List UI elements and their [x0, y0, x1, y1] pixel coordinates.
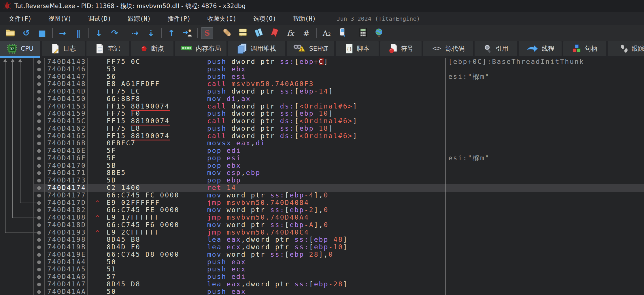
breakpoint-dot[interactable]: [33, 229, 44, 236]
labels-button[interactable]: [252, 27, 265, 39]
breakpoint-dot[interactable]: [33, 66, 44, 73]
disasm-row[interactable]: 740D4159FF75 F0push dword ptr ss:[ebp-10…: [0, 110, 644, 117]
stop-button[interactable]: ■: [36, 27, 48, 39]
breakpoint-dot[interactable]: [33, 110, 44, 117]
trace-into-button[interactable]: ⇣: [145, 27, 157, 39]
disasm-row[interactable]: 740D418D66:C745 F6 0000mov word ptr ss:[…: [0, 221, 644, 229]
disasm-row[interactable]: 740D417766:C745 FC 0000mov word ptr ss:[…: [0, 192, 644, 199]
open-file-button[interactable]: [4, 27, 17, 39]
breakpoint-dot[interactable]: [33, 80, 44, 88]
breakpoint-dot[interactable]: [33, 288, 44, 295]
breakpoint-dot[interactable]: [33, 192, 44, 199]
tab-log[interactable]: 日志: [42, 41, 85, 56]
disasm-row[interactable]: 740D419B8D4D F0lea ecx,dword ptr ss:[ebp…: [0, 243, 644, 251]
disasm-row[interactable]: 740D4174C2 1400ret 14: [0, 184, 644, 192]
breakpoint-dot[interactable]: [33, 125, 44, 132]
menu-item-trace[interactable]: 跟踪(N): [128, 15, 151, 23]
disasm-row[interactable]: 740D41A551push ecx: [0, 266, 644, 273]
menu-item-plugins[interactable]: 插件(P): [168, 15, 191, 23]
breakpoint-dot[interactable]: [33, 103, 44, 110]
comments-column-divider[interactable]: [445, 58, 446, 295]
breakpoint-dot[interactable]: [33, 162, 44, 170]
disasm-row[interactable]: 740D416F5Epop esiesi:"椺m": [0, 155, 644, 162]
menu-item-view[interactable]: 视图(V): [48, 15, 71, 23]
breakpoint-dot[interactable]: [33, 266, 44, 273]
bookmarks-button[interactable]: [268, 27, 281, 39]
tab-references[interactable]: 引用: [475, 41, 517, 56]
patches-button[interactable]: [221, 27, 233, 39]
disasm-row[interactable]: 740D41A78D45 D8lea eax,dword ptr ss:[ebp…: [0, 281, 644, 288]
run-to-user-code-button[interactable]: [181, 27, 194, 39]
tab-trace-tab[interactable]: 跟踪: [608, 41, 644, 56]
disasm-row[interactable]: 740D414756push esiesi:"椺m": [0, 73, 644, 81]
breakpoint-dot[interactable]: [33, 206, 44, 214]
breakpoint-dot[interactable]: [33, 58, 44, 66]
tab-handles[interactable]: 句柄: [563, 41, 606, 56]
breakpoint-dot[interactable]: [33, 132, 44, 140]
disasm-row[interactable]: 740D416B0FBFC7movsx eax,di: [0, 140, 644, 147]
disasm-row[interactable]: 740D4193^E9 2CFFFFFFjmp msvbvm50.740D40C…: [0, 229, 644, 236]
font-button[interactable]: A₂: [320, 27, 333, 39]
disasm-row[interactable]: 740D41718BE5mov esp,ebp: [0, 169, 644, 177]
disasm-row[interactable]: 740D41A657push edi: [0, 273, 644, 281]
control-flow-button[interactable]: #: [300, 27, 313, 39]
breakpoint-dot[interactable]: [33, 95, 44, 103]
disasm-row[interactable]: 740D418266:C745 FE 0000mov word ptr ss:[…: [0, 206, 644, 214]
breakpoint-dot[interactable]: [33, 88, 44, 95]
menu-item-help[interactable]: 帮助(H): [293, 15, 316, 23]
disasm-row[interactable]: 740D41988D45 B8lea eax,dword ptr ss:[ebp…: [0, 236, 644, 243]
disasm-row[interactable]: 740D414DFF75 ECpush dword ptr ss:[ebp-14…: [0, 88, 644, 95]
disasm-row[interactable]: 740D414653push ebx: [0, 66, 644, 73]
breakpoint-dot[interactable]: [33, 140, 44, 147]
disasm-row[interactable]: 740D415CFF15 88190074call dword ptr ds:[…: [0, 117, 644, 125]
breakpoint-dot[interactable]: [33, 177, 44, 184]
tab-script[interactable]: {}脚本: [336, 41, 379, 56]
breakpoint-dot[interactable]: [33, 273, 44, 281]
breakpoint-dot[interactable]: [33, 155, 44, 162]
disasm-row[interactable]: 740D4143FF75 0Cpush dword ptr ss:[ebp+C]…: [0, 58, 644, 66]
breakpoint-dot[interactable]: [33, 73, 44, 81]
disasm-row[interactable]: 740D419E66:C745 D8 0000mov word ptr ss:[…: [0, 251, 644, 258]
breakpoint-dot[interactable]: [33, 169, 44, 177]
restart-button[interactable]: ↺: [20, 27, 33, 39]
animate-over-button[interactable]: ⇢: [129, 27, 141, 39]
breakpoint-dot[interactable]: [33, 281, 44, 288]
disasm-row[interactable]: 740D415066:8BF8mov di,ax: [0, 95, 644, 103]
disasm-row[interactable]: 740D4165FF15 88190074call dword ptr ds:[…: [0, 132, 644, 140]
breakpoint-dot[interactable]: [33, 199, 44, 207]
breakpoint-dot[interactable]: [33, 214, 44, 221]
preferences-globe-button[interactable]: [373, 27, 385, 39]
comments-button[interactable]: [237, 27, 249, 39]
tab-call-stack[interactable]: 调用堆栈: [228, 41, 285, 56]
breakpoint-dot[interactable]: [33, 251, 44, 258]
breakpoint-dot[interactable]: [33, 147, 44, 155]
disasm-row[interactable]: 740D4153FF15 88190074call dword ptr ds:[…: [0, 103, 644, 110]
tab-breakpoints[interactable]: 断点: [131, 41, 173, 56]
disasm-row[interactable]: 740D41AA50push eax: [0, 288, 644, 295]
menu-item-file[interactable]: 文件(F): [9, 15, 32, 23]
calculator-button[interactable]: [357, 27, 369, 39]
disasm-row[interactable]: 740D4162FF75 E8push dword ptr ss:[ebp-18…: [0, 125, 644, 132]
breakpoint-dot[interactable]: [33, 117, 44, 125]
step-into-button[interactable]: ↓: [92, 27, 105, 39]
tab-cpu[interactable]: 32CPU: [0, 41, 40, 56]
menu-item-debug[interactable]: 调试(D): [88, 15, 111, 23]
tab-notes[interactable]: 笔记: [86, 41, 129, 56]
tab-symbols[interactable]: 符号: [380, 41, 422, 56]
disasm-row[interactable]: 740D4188^E9 17FFFFFFjmp msvbvm50.740D40A…: [0, 214, 644, 221]
execute-till-return-button[interactable]: ↑: [165, 27, 178, 39]
tab-memory-map[interactable]: 内存布局: [175, 41, 226, 56]
disasm-row[interactable]: 740D416E5Fpop edi: [0, 147, 644, 155]
functions-button[interactable]: fx: [284, 27, 297, 39]
tab-threads[interactable]: 线程: [519, 41, 562, 56]
pause-button[interactable]: ‖: [72, 27, 85, 39]
disasm-row[interactable]: 740D41735Dpop ebp: [0, 177, 644, 184]
run-button[interactable]: →: [56, 27, 69, 39]
breakpoint-dot[interactable]: [33, 184, 44, 192]
phone-button[interactable]: [336, 27, 349, 39]
menu-item-options[interactable]: 选项(O): [253, 15, 276, 23]
breakpoint-dot[interactable]: [33, 243, 44, 251]
disasm-row[interactable]: 740D41705Bpop ebx: [0, 162, 644, 170]
breakpoint-dot[interactable]: [33, 221, 44, 229]
breakpoint-dot[interactable]: [33, 236, 44, 243]
